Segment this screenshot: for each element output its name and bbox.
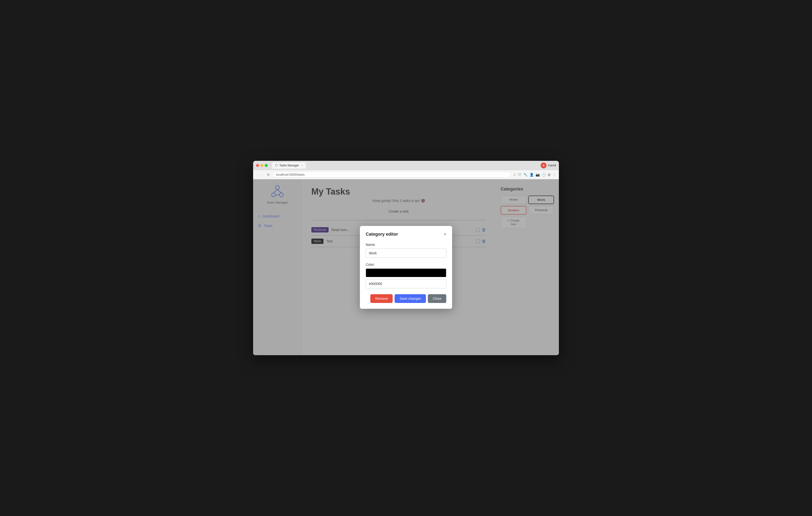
clock-icon: 🕐 — [542, 173, 546, 176]
modal-footer: Remove Save changes Close — [366, 294, 446, 303]
modal-overlay: Category editor × Name: Color: Remove Sa… — [253, 179, 559, 355]
user-name: Kamil — [548, 163, 556, 167]
color-form-group: Color: — [366, 263, 446, 288]
traffic-lights — [256, 164, 268, 167]
forward-button[interactable]: › — [261, 172, 264, 177]
modal-header: Category editor × — [366, 232, 446, 237]
user-avatar-icon: K — [541, 163, 547, 168]
name-label: Name: — [366, 243, 446, 247]
shield-icon: 🛡 — [518, 173, 522, 176]
grid-icon: ⊞ — [548, 173, 551, 176]
tab-close-button[interactable]: × — [301, 164, 303, 167]
bookmark-icon[interactable]: ☆ — [513, 173, 516, 176]
name-form-group: Name: — [366, 243, 446, 258]
extensions-icon[interactable]: 🔧 — [523, 173, 528, 176]
modal-title: Category editor — [366, 232, 398, 237]
category-editor-modal: Category editor × Name: Color: Remove Sa… — [360, 226, 452, 309]
browser-toolbar-icons: ☆ 🛡 🔧 👤 📷 🕐 ⊞ ⋮ — [513, 173, 556, 176]
name-input[interactable] — [366, 248, 446, 258]
profile-icon: 👤 — [529, 173, 534, 176]
url-display: localhost:5000/tasks — [276, 173, 304, 176]
remove-button[interactable]: Remove — [370, 294, 393, 303]
close-button[interactable]: Close — [428, 294, 446, 303]
browser-tab[interactable]: 📋 Tasks Manager × — [272, 162, 306, 169]
tab-title: Tasks Manager — [279, 164, 299, 167]
color-picker[interactable] — [366, 268, 446, 277]
color-label: Color: — [366, 263, 446, 267]
address-bar[interactable]: localhost:5000/tasks — [273, 171, 511, 178]
fullscreen-button[interactable] — [265, 164, 268, 167]
minimize-button[interactable] — [260, 164, 263, 167]
back-button[interactable]: ‹ — [256, 172, 259, 177]
modal-close-button[interactable]: × — [444, 232, 446, 237]
close-button[interactable] — [256, 164, 259, 167]
menu-icon[interactable]: ⋮ — [553, 173, 556, 176]
save-changes-button[interactable]: Save changes — [395, 294, 426, 303]
screenshot-icon: 📷 — [535, 173, 540, 176]
browser-window: 📋 Tasks Manager × K Kamil ‹ › ↻ localhos… — [253, 161, 559, 355]
tab-icon: 📋 — [275, 164, 278, 167]
color-hex-input[interactable] — [366, 279, 446, 288]
reload-button[interactable]: ↻ — [266, 172, 271, 177]
browser-titlebar: 📋 Tasks Manager × K Kamil — [253, 161, 559, 170]
app-container: Tasks Manager ⌂ Dashboard ☰ Tasks My Tas… — [253, 179, 559, 355]
browser-toolbar: ‹ › ↻ localhost:5000/tasks ☆ 🛡 🔧 👤 📷 🕐 ⊞… — [253, 170, 559, 179]
